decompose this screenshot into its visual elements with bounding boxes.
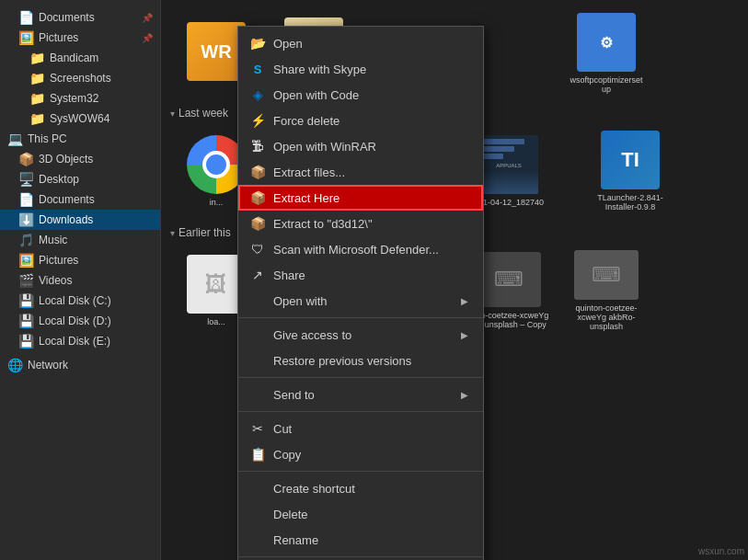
- file-item-tlauncher[interactable]: TI TLauncher-2.841-Installer-0.9.8: [584, 125, 676, 217]
- pin-icon: 📌: [142, 13, 153, 23]
- ctx-extract-to[interactable]: 📦 Extract to "d3d12\": [238, 211, 483, 236]
- arrow-icon2: ▶: [461, 330, 468, 340]
- ctx-give-access[interactable]: Give access to ▶: [238, 322, 483, 348]
- sidebar-item-network[interactable]: 🌐 Network: [0, 355, 160, 375]
- folder-icon: 📁: [29, 51, 44, 65]
- vscode-icon: ◈: [249, 86, 266, 103]
- ctx-extract-files[interactable]: 📦 Extract files...: [238, 159, 483, 185]
- network-icon: 🌐: [7, 358, 22, 372]
- ctx-open-code[interactable]: ◈ Open with Code: [238, 82, 483, 108]
- sidebar-item-pictures2[interactable]: 🖼️ Pictures: [0, 250, 160, 270]
- share-icon: ↗: [249, 267, 266, 283]
- sidebar-item-videos[interactable]: 🎬 Videos: [0, 270, 160, 291]
- send-to-icon: [249, 386, 266, 403]
- sidebar-item-system32[interactable]: 📁 System32: [0, 88, 160, 109]
- ctx-open[interactable]: 📂 Open: [238, 30, 483, 56]
- documents-icon: 📄: [18, 10, 33, 25]
- rename-icon: [249, 531, 266, 548]
- sidebar-item-music[interactable]: 🎵 Music: [0, 230, 160, 250]
- separator2: [238, 377, 483, 378]
- ctx-open-with[interactable]: Open with ▶: [238, 288, 483, 314]
- desktop-area: 📄 Documents 📌 🖼️ Pictures 📌 📁 Bandicam 📁…: [0, 0, 748, 560]
- sidebar-item-localc[interactable]: 💾 Local Disk (C:): [0, 291, 160, 311]
- folder-icon3: 📁: [29, 91, 44, 106]
- pic-icon2: 🖼️: [18, 253, 33, 268]
- ctx-cut[interactable]: ✂ Cut: [238, 416, 483, 441]
- context-menu: 📂 Open S Share with Skype ◈ Open with Co…: [237, 26, 484, 560]
- copy-icon: 📋: [249, 446, 266, 463]
- extract-here-icon: 📦: [249, 189, 266, 206]
- sidebar-item-desktop[interactable]: 🖥️ Desktop: [0, 169, 160, 189]
- ctx-create-shortcut[interactable]: Create shortcut: [238, 475, 483, 501]
- arrow-icon3: ▶: [461, 390, 468, 400]
- ctx-restore-versions[interactable]: Restore previous versions: [238, 348, 483, 373]
- sidebar-item-pictures[interactable]: 🖼️ Pictures 📌: [0, 28, 160, 48]
- extract-files-icon: 📦: [249, 164, 266, 180]
- separator1: [238, 317, 483, 318]
- ctx-force-delete[interactable]: ⚡ Force delete: [238, 108, 483, 133]
- sidebar-item-syswow64[interactable]: 📁 SysWOW64: [0, 109, 160, 129]
- sidebar-item-documents2[interactable]: 📄 Documents: [0, 189, 160, 210]
- ctx-share-skype[interactable]: S Share with Skype: [238, 56, 483, 82]
- sidebar-item-documents[interactable]: 📄 Documents 📌: [0, 7, 160, 28]
- disk-icon-d: 💾: [18, 314, 33, 328]
- spacer5: [560, 125, 579, 217]
- shortcut-icon: [249, 480, 266, 497]
- chevron-icon2: ▾: [170, 228, 175, 238]
- disk-icon-c: 💾: [18, 293, 33, 308]
- sidebar-item-locald[interactable]: 💾 Local Disk (D:): [0, 311, 160, 331]
- give-access-icon: [249, 326, 266, 343]
- dark-img2: ⌨: [574, 250, 639, 300]
- folder-icon2: 📁: [29, 71, 44, 86]
- ctx-scan-defender[interactable]: 🛡 Scan with Microsoft Defender...: [238, 236, 483, 262]
- folder-icon4: 📁: [29, 111, 44, 126]
- cut-icon: ✂: [249, 420, 266, 437]
- tlauncher-icon: TI: [601, 131, 660, 189]
- installer-icon: ⚙: [577, 13, 636, 72]
- arrow-icon: ▶: [461, 296, 468, 306]
- sidebar-item-screenshots[interactable]: 📁 Screenshots: [0, 68, 160, 88]
- delete-icon: [249, 506, 266, 522]
- pc-icon: 💻: [7, 131, 22, 146]
- pictures-icon: 🖼️: [18, 30, 33, 45]
- ctx-copy[interactable]: 📋 Copy: [238, 441, 483, 467]
- force-delete-icon: ⚡: [249, 112, 266, 129]
- open-icon: 📂: [249, 35, 266, 51]
- ctx-send-to[interactable]: Send to ▶: [238, 382, 483, 407]
- separator5: [238, 556, 483, 557]
- watermark: wsxun.com: [698, 546, 744, 556]
- open-with-icon: [249, 292, 266, 309]
- file-item-installer[interactable]: ⚙ wsoftpcoptimizerset up: [560, 7, 652, 99]
- box-icon: 📦: [18, 152, 33, 166]
- sidebar-item-thispc[interactable]: 💻 This PC: [0, 129, 160, 149]
- ctx-share[interactable]: ↗ Share: [238, 262, 483, 288]
- restore-icon: [249, 352, 266, 369]
- separator4: [238, 471, 483, 472]
- chevron-icon: ▾: [170, 109, 175, 119]
- ctx-extract-here[interactable]: 📦 Extract Here: [238, 185, 483, 211]
- ctx-rename[interactable]: Rename: [238, 527, 483, 553]
- sidebar-item-downloads[interactable]: ⬇️ Downloads: [0, 210, 160, 230]
- pin-icon2: 📌: [142, 33, 153, 43]
- doc-icon2: 📄: [18, 192, 33, 207]
- sidebar: 📄 Documents 📌 🖼️ Pictures 📌 📁 Bandicam 📁…: [0, 0, 161, 560]
- screen-icon: APPUALS: [479, 135, 538, 194]
- winrar-icon: 🗜: [249, 138, 266, 154]
- video-icon: 🎬: [18, 273, 33, 288]
- music-icon: 🎵: [18, 233, 33, 247]
- skype-icon: S: [249, 61, 266, 77]
- file-item-img3[interactable]: ⌨ quinton-coetzee-xcweYg akbRo-unsplash: [560, 245, 652, 337]
- download-icon: ⬇️: [18, 212, 33, 227]
- separator3: [238, 411, 483, 412]
- desktop-icon: 🖥️: [18, 172, 33, 187]
- sidebar-item-locale[interactable]: 💾 Local Disk (E:): [0, 331, 160, 351]
- disk-icon-e: 💾: [18, 334, 33, 349]
- ctx-open-winrar[interactable]: 🗜 Open with WinRAR: [238, 133, 483, 159]
- sidebar-item-bandicam[interactable]: 📁 Bandicam: [0, 48, 160, 68]
- dark-img1: ⌨: [477, 252, 541, 307]
- defender-icon: 🛡: [249, 241, 266, 257]
- sidebar-item-3dobjects[interactable]: 📦 3D Objects: [0, 149, 160, 169]
- extract-to-icon: 📦: [249, 215, 266, 232]
- ctx-delete[interactable]: Delete: [238, 501, 483, 527]
